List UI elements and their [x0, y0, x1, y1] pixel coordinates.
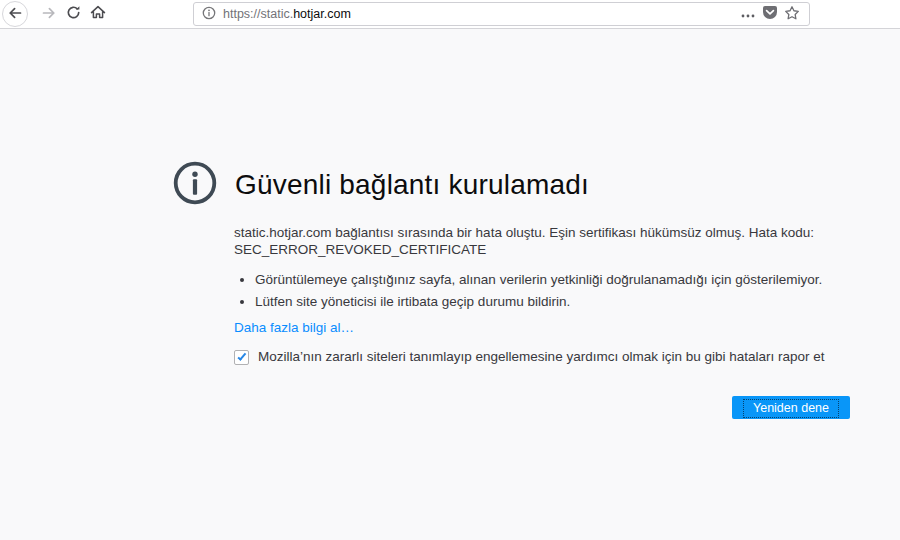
back-icon — [8, 5, 22, 23]
error-bullet-1: Görüntülemeye çalıştığınız sayfa, alınan… — [255, 272, 850, 288]
forward-icon — [42, 5, 56, 23]
error-bullet-2: Lütfen site yöneticisi ile irtibata geçi… — [255, 294, 850, 310]
retry-button[interactable]: Yeniden dene — [732, 396, 850, 419]
home-icon — [90, 5, 106, 23]
info-icon — [172, 160, 218, 210]
bookmark-star-button[interactable] — [781, 3, 803, 25]
star-icon — [784, 5, 800, 24]
url-bar[interactable]: https://static.hotjar.com — [193, 2, 810, 26]
report-checkbox-label: Mozilla’nın zararlı siteleri tanımlayıp … — [258, 349, 825, 365]
url-prefix: https://static. — [223, 7, 293, 21]
site-info-icon[interactable] — [202, 6, 216, 23]
ellipsis-icon — [741, 7, 755, 21]
error-bullet-list: Görüntülemeye çalıştığınız sayfa, alınan… — [234, 272, 850, 310]
title-row: Güvenli bağlantı kurulamadı — [172, 160, 900, 210]
error-body: static.hotjar.com bağlantısı sırasında b… — [234, 225, 850, 419]
page-actions-button[interactable] — [737, 3, 759, 25]
learn-more-link[interactable]: Daha fazla bilgi al… — [234, 320, 354, 336]
url-domain: hotjar.com — [293, 7, 351, 21]
reload-icon — [66, 5, 81, 24]
page-title: Güvenli bağlantı kurulamadı — [235, 169, 589, 201]
browser-toolbar: https://static.hotjar.com — [0, 0, 900, 29]
home-button[interactable] — [85, 1, 111, 27]
back-button[interactable] — [2, 1, 28, 27]
url-text: https://static.hotjar.com — [223, 7, 351, 21]
pocket-icon — [762, 5, 778, 23]
report-error-row: Mozilla’nın zararlı siteleri tanımlayıp … — [234, 349, 850, 365]
forward-button[interactable] — [36, 1, 62, 27]
error-code: SEC_ERROR_REVOKED_CERTIFICATE — [234, 242, 850, 258]
retry-button-label: Yeniden dene — [743, 399, 839, 418]
error-description: static.hotjar.com bağlantısı sırasında b… — [234, 225, 850, 241]
error-page: Güvenli bağlantı kurulamadı static.hotja… — [0, 29, 900, 539]
pocket-button[interactable] — [759, 3, 781, 25]
report-error-checkbox[interactable] — [234, 350, 249, 365]
checkmark-icon — [237, 351, 246, 360]
reload-button[interactable] — [60, 1, 86, 27]
button-row: Yeniden dene — [234, 396, 850, 419]
